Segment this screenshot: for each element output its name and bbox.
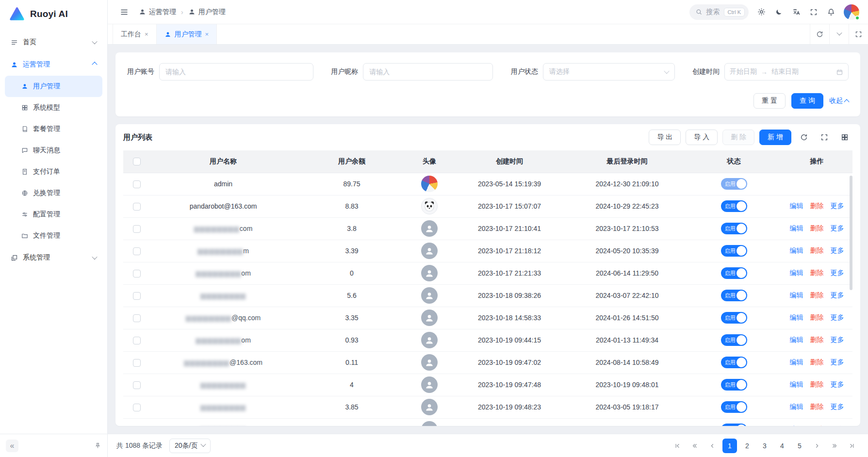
more-link[interactable]: 更多: [831, 269, 844, 277]
row-checkbox[interactable]: [133, 203, 141, 211]
fullscreen-button[interactable]: [806, 4, 821, 20]
prev-page-button[interactable]: [705, 439, 720, 453]
more-link[interactable]: 更多: [831, 313, 844, 321]
edit-link[interactable]: 编辑: [790, 403, 803, 410]
collapse-filters-link[interactable]: 收起: [829, 97, 849, 105]
status-toggle[interactable]: 启用: [721, 334, 747, 346]
delete-link[interactable]: 删除: [810, 269, 824, 277]
delete-link[interactable]: 删除: [810, 380, 824, 388]
sidebar-item-exchange-management[interactable]: 兑换管理: [5, 182, 102, 204]
import-button[interactable]: 导 入: [686, 130, 718, 145]
more-link[interactable]: 更多: [831, 425, 844, 426]
row-checkbox[interactable]: [133, 270, 141, 277]
row-checkbox[interactable]: [133, 247, 141, 255]
page-button-4[interactable]: 4: [775, 439, 789, 453]
breadcrumb-item-operations[interactable]: 运营管理: [139, 8, 176, 16]
more-link[interactable]: 更多: [831, 246, 844, 254]
delete-link[interactable]: 删除: [810, 246, 824, 254]
user-avatar[interactable]: [844, 4, 859, 20]
reset-button[interactable]: 重 置: [753, 93, 786, 109]
date-range-picker[interactable]: 开始日期 → 结束日期: [724, 63, 849, 81]
edit-link[interactable]: 编辑: [790, 246, 803, 254]
theme-moon-button[interactable]: [771, 4, 786, 20]
jump-forward-button[interactable]: [827, 439, 842, 453]
status-toggle[interactable]: 启用: [721, 401, 747, 413]
edit-link[interactable]: 编辑: [790, 269, 803, 277]
more-link[interactable]: 更多: [831, 358, 844, 366]
table-fullscreen-button[interactable]: [817, 130, 832, 145]
user-account-input[interactable]: [159, 63, 313, 81]
export-button[interactable]: 导 出: [649, 130, 681, 145]
breadcrumb-item-user-management[interactable]: 用户管理: [188, 8, 226, 16]
delete-link[interactable]: 删除: [810, 313, 824, 321]
last-page-button[interactable]: [845, 439, 859, 453]
delete-link[interactable]: 删除: [810, 425, 824, 426]
sidebar-item-system-model[interactable]: 系统模型: [5, 97, 102, 118]
close-icon[interactable]: ×: [205, 31, 209, 38]
sidebar-item-system[interactable]: 系统管理: [5, 246, 102, 269]
edit-link[interactable]: 编辑: [790, 291, 803, 299]
row-checkbox[interactable]: [133, 292, 141, 300]
more-link[interactable]: 更多: [831, 380, 844, 388]
edit-link[interactable]: 编辑: [790, 336, 803, 343]
add-button[interactable]: 新 增: [759, 130, 791, 145]
column-settings-button[interactable]: [837, 130, 852, 145]
jump-back-button[interactable]: [688, 439, 702, 453]
more-link[interactable]: 更多: [831, 202, 844, 210]
more-link[interactable]: 更多: [831, 403, 844, 410]
tab-user-management[interactable]: 用户管理 ×: [157, 24, 217, 44]
edit-link[interactable]: 编辑: [790, 202, 803, 210]
edit-link[interactable]: 编辑: [790, 425, 803, 426]
search-button[interactable]: 查 询: [791, 93, 823, 109]
status-toggle[interactable]: 启用: [721, 312, 747, 324]
delete-link[interactable]: 删除: [810, 403, 824, 410]
next-page-button[interactable]: [810, 439, 824, 453]
user-status-select[interactable]: 请选择: [543, 63, 675, 81]
row-checkbox[interactable]: [133, 359, 141, 367]
sidebar-collapse-button[interactable]: «: [6, 440, 18, 452]
translate-button[interactable]: [788, 4, 804, 20]
sidebar-item-payment-orders[interactable]: 支付订单: [5, 161, 102, 182]
status-toggle[interactable]: 启用: [721, 178, 747, 190]
sidebar-item-home[interactable]: 首页: [5, 31, 102, 53]
notification-bell-button[interactable]: [823, 4, 839, 20]
tabs-dropdown-button[interactable]: [829, 24, 849, 44]
user-nickname-input[interactable]: [363, 63, 493, 81]
page-button-2[interactable]: 2: [740, 439, 754, 453]
select-all-checkbox[interactable]: [133, 158, 141, 165]
settings-button[interactable]: [753, 4, 769, 20]
more-link[interactable]: 更多: [831, 224, 844, 232]
status-toggle[interactable]: 启用: [721, 267, 747, 279]
row-checkbox[interactable]: [133, 180, 141, 188]
edit-link[interactable]: 编辑: [790, 224, 803, 232]
edit-link[interactable]: 编辑: [790, 313, 803, 321]
delete-link[interactable]: 删除: [810, 358, 824, 366]
status-toggle[interactable]: 启用: [721, 424, 747, 426]
status-toggle[interactable]: 启用: [721, 357, 747, 368]
sidebar-item-file-management[interactable]: 文件管理: [5, 225, 102, 246]
edit-link[interactable]: 编辑: [790, 380, 803, 388]
row-checkbox[interactable]: [133, 225, 141, 233]
page-button-3[interactable]: 3: [757, 439, 772, 453]
status-toggle[interactable]: 启用: [721, 245, 747, 257]
more-link[interactable]: 更多: [831, 291, 844, 299]
delete-link[interactable]: 删除: [810, 336, 824, 343]
sidebar-item-chat-messages[interactable]: 聊天消息: [5, 140, 102, 161]
table-refresh-button[interactable]: [796, 130, 812, 145]
more-link[interactable]: 更多: [831, 336, 844, 343]
tab-workbench[interactable]: 工作台 ×: [113, 24, 157, 44]
delete-link[interactable]: 删除: [810, 291, 824, 299]
delete-link[interactable]: 删除: [810, 224, 824, 232]
table-scrollbar[interactable]: [850, 176, 852, 290]
layout-restore-button[interactable]: [849, 24, 868, 44]
page-button-5[interactable]: 5: [792, 439, 807, 453]
row-checkbox[interactable]: [133, 314, 141, 322]
status-toggle[interactable]: 启用: [721, 290, 747, 301]
edit-link[interactable]: 编辑: [790, 358, 803, 366]
pin-sidebar-button[interactable]: [94, 442, 101, 449]
row-checkbox[interactable]: [133, 404, 141, 411]
page-button-1[interactable]: 1: [722, 439, 737, 453]
first-page-button[interactable]: [670, 439, 685, 453]
close-icon[interactable]: ×: [145, 31, 148, 38]
status-toggle[interactable]: 启用: [721, 379, 747, 391]
